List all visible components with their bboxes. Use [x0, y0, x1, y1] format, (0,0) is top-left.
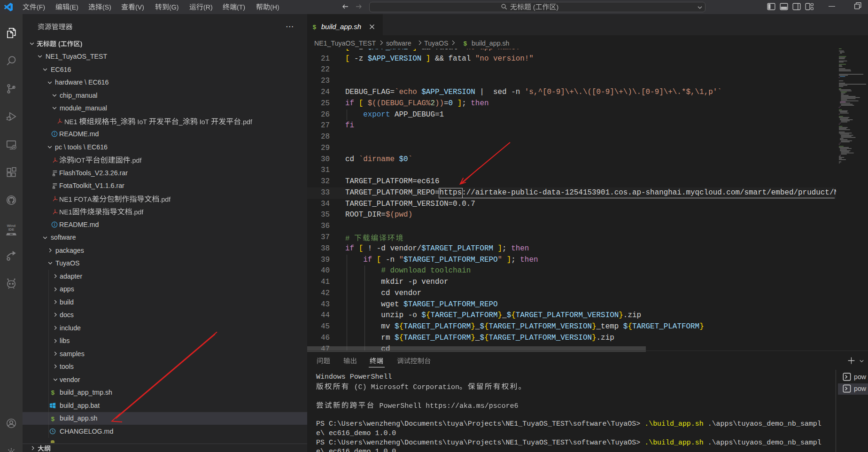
svg-text:$: $	[313, 23, 317, 31]
svg-text:$: $	[51, 389, 55, 396]
svg-text:$: $	[464, 40, 467, 47]
svg-text:$: $	[51, 415, 55, 422]
